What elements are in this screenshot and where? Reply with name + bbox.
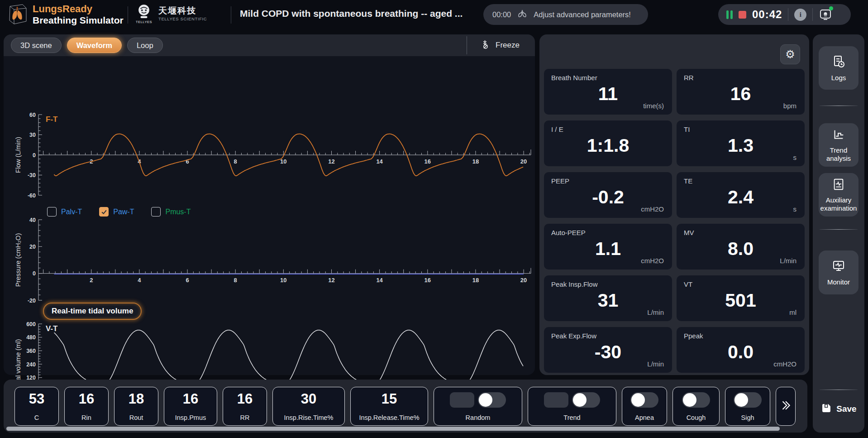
metric-card-i-e: I / E1:1.8	[544, 120, 672, 166]
sidebar-item-logs[interactable]: Logs	[819, 46, 858, 90]
metric-value: 8.0	[677, 238, 805, 260]
sidebar-item-label: Auxiliary examination	[820, 196, 858, 212]
toggle-switch[interactable]	[478, 392, 506, 408]
toggle-row	[673, 392, 719, 408]
app-subtitle: Breathing Simulator	[33, 15, 124, 26]
chart-flow-svg: Flow (L/min)60300-30-602468101214161820F…	[14, 111, 535, 199]
param-insp-rise-time[interactable]: 30Insp.Rise.Time%	[272, 387, 345, 426]
legend-label: Palv-T	[61, 208, 82, 216]
toggle-switch[interactable]	[572, 392, 600, 408]
toggle-option-box[interactable]	[450, 392, 474, 408]
param-label: C	[15, 414, 58, 421]
metric-unit: ml	[789, 308, 796, 316]
svg-text:Pressure (cmH₂O): Pressure (cmH₂O)	[14, 233, 22, 287]
param-rr[interactable]: 16RR	[223, 387, 267, 426]
checkbox-pmus-t[interactable]	[151, 207, 161, 217]
svg-text:8: 8	[234, 158, 237, 165]
svg-text:20: 20	[520, 158, 527, 165]
svg-text:14: 14	[376, 158, 383, 165]
svg-text:600: 600	[26, 321, 36, 327]
legend-item-palv-t: Palv-T	[47, 207, 82, 217]
device-status-button[interactable]	[819, 8, 832, 21]
scenario-title: Mild COPD with spontaneous breathing -- …	[240, 8, 471, 19]
info-button[interactable]: i	[794, 9, 806, 21]
param-label: Trend	[528, 414, 616, 421]
vendor-name-cn: 天堰科技	[158, 5, 207, 16]
brand-block: LungsReady Breathing Simulator	[33, 3, 124, 26]
toggle-knob	[734, 393, 748, 407]
sidebar-divider	[820, 229, 858, 230]
metric-card-te: TE2.4s	[677, 172, 805, 218]
svg-text:18: 18	[472, 277, 479, 284]
svg-text:-20: -20	[28, 298, 36, 304]
metric-label: Ppeak	[684, 332, 703, 340]
param-insp-release-time[interactable]: 15Insp.Release.Time%	[350, 387, 428, 426]
monitor-icon	[831, 259, 846, 275]
param-sigh[interactable]: Sigh	[725, 387, 770, 426]
metrics-settings-button[interactable]: ⚙	[780, 44, 800, 64]
toggle-knob	[479, 393, 492, 407]
sidebar-item-auxiliary-examination[interactable]: Auxiliary examination	[819, 173, 858, 217]
lungs-logo-icon	[5, 3, 29, 27]
gear-icon: ⚙	[785, 48, 795, 61]
svg-text:6: 6	[186, 158, 189, 165]
param-label: Random	[434, 414, 522, 421]
session-controls: 00:42 i	[718, 4, 851, 25]
save-icon	[820, 402, 832, 416]
metric-value: 11	[544, 83, 672, 105]
toggle-switch[interactable]	[734, 392, 762, 408]
checkbox-palv-t[interactable]	[47, 207, 57, 217]
metric-unit: cmH2O	[773, 360, 796, 368]
message-banner[interactable]: 00:00 Adjust advanced parameters!	[483, 4, 648, 25]
double-chevron-right-icon	[780, 399, 792, 413]
param-rout[interactable]: 18Rout	[114, 387, 158, 426]
divider	[812, 8, 813, 21]
tab-loop[interactable]: Loop	[127, 38, 163, 53]
pressure-time-chart: Pressure (cmH₂O)40200-202468101214161820	[14, 216, 535, 306]
toggle-switch[interactable]	[682, 392, 710, 408]
param-insp-pmus[interactable]: 16Insp.Pmus	[164, 387, 217, 426]
divider	[467, 36, 467, 54]
toggle-row	[528, 392, 616, 408]
sidebar-item-monitor[interactable]: Monitor	[819, 250, 858, 294]
metric-unit: L/min	[780, 257, 796, 265]
param-rin[interactable]: 16Rin	[64, 387, 109, 426]
parameter-row: 53C16Rin18Rout16Insp.Pmus16RR30Insp.Rise…	[14, 387, 796, 426]
param-random[interactable]: Random	[434, 387, 522, 426]
sidebar-item-trend-analysis[interactable]: Trend analysis	[819, 123, 858, 167]
view-tabs: 3D sceneWaveformLoop Freeze	[4, 34, 535, 56]
tab-waveform[interactable]: Waveform	[67, 38, 122, 53]
param-c[interactable]: 53C	[14, 387, 59, 426]
more-params-button[interactable]	[776, 387, 796, 426]
freeze-button[interactable]: Freeze	[467, 36, 520, 54]
tab-group: 3D sceneWaveformLoop	[11, 38, 163, 53]
metric-value: 0.0	[677, 342, 805, 363]
legend-label: Paw-T	[113, 208, 134, 216]
toggle-option-box[interactable]	[544, 392, 568, 408]
param-value: 53	[15, 391, 58, 407]
param-label: RR	[223, 414, 267, 421]
param-trend[interactable]: Trend	[528, 387, 616, 426]
metric-label: Auto-PEEP	[551, 229, 586, 236]
sidebar-item-label: Monitor	[827, 278, 850, 286]
param-cough[interactable]: Cough	[672, 387, 720, 426]
metric-card-peak-exp-flow: Peak Exp.Flow-30L/min	[544, 327, 672, 373]
svg-text:480: 480	[26, 334, 36, 341]
toggle-switch[interactable]	[630, 392, 658, 408]
pause-button[interactable]	[726, 10, 733, 19]
stop-button[interactable]	[739, 11, 746, 19]
metric-label: Peak Insp.Flow	[551, 280, 598, 288]
metric-value: 1.3	[677, 135, 805, 156]
param-apnea[interactable]: Apnea	[622, 387, 667, 426]
save-button[interactable]: Save	[813, 402, 864, 416]
svg-text:12: 12	[328, 158, 334, 165]
svg-text:16: 16	[424, 277, 431, 284]
tab-3d-scene[interactable]: 3D scene	[11, 38, 62, 53]
scrollbar-thumb[interactable]	[6, 427, 780, 431]
metric-card-breath-number: Breath Number11time(s)	[544, 69, 672, 115]
param-label: Insp.Rise.Time%	[273, 414, 344, 421]
app-name: LungsReady	[33, 3, 124, 15]
svg-text:40: 40	[29, 217, 36, 223]
checkbox-paw-t[interactable]	[99, 207, 109, 217]
svg-text:-60: -60	[28, 193, 36, 199]
